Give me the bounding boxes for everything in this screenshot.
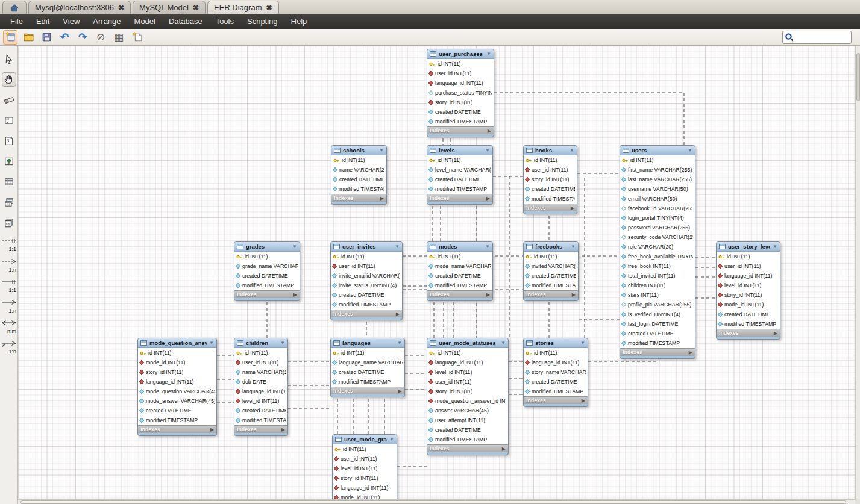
column-row[interactable]: story_id INT(11) bbox=[138, 367, 216, 377]
column-row[interactable]: children INT(11) bbox=[620, 281, 695, 290]
column-row[interactable]: stars INT(11) bbox=[620, 290, 695, 300]
table-header[interactable]: user_story_levels▼ bbox=[717, 242, 780, 252]
column-row[interactable]: mode_id INT(11) bbox=[717, 300, 780, 310]
column-row[interactable]: language_id INT(11) bbox=[138, 377, 216, 387]
column-row[interactable]: story_name VARCHAR(45) bbox=[524, 367, 588, 377]
column-row[interactable]: modified TIMESTAMP bbox=[234, 415, 287, 425]
tool-view[interactable] bbox=[2, 195, 16, 210]
column-row[interactable]: created DATETIME bbox=[524, 377, 588, 387]
column-row[interactable]: id INT(11) bbox=[427, 59, 494, 69]
column-row[interactable]: created DATETIME bbox=[331, 290, 402, 300]
expand-arrow-icon[interactable]: ▶ bbox=[293, 292, 297, 297]
column-row[interactable]: language_id INT(11) bbox=[524, 358, 588, 367]
table-indexes-bar[interactable]: Indexes▶ bbox=[717, 329, 780, 337]
table-indexes-bar[interactable]: Indexes▶ bbox=[331, 387, 404, 394]
column-row[interactable]: created DATETIME bbox=[427, 175, 492, 184]
menu-help[interactable]: Help bbox=[284, 14, 314, 29]
table-users[interactable]: users▼id INT(11)first_name VARCHAR(255)l… bbox=[620, 145, 695, 359]
table-header[interactable]: mode_question_answers▼ bbox=[138, 338, 216, 348]
column-row[interactable]: modified TIMESTAMP bbox=[427, 281, 492, 290]
table-indexes-bar[interactable]: Indexes▶ bbox=[138, 425, 216, 433]
column-row[interactable]: user_id INT(11) bbox=[427, 69, 494, 78]
menu-file[interactable]: File bbox=[4, 14, 30, 29]
column-row[interactable]: dob DATE bbox=[234, 377, 287, 387]
column-row[interactable]: user_id INT(11) bbox=[331, 261, 402, 271]
menu-model[interactable]: Model bbox=[128, 14, 162, 29]
table-indexes-bar[interactable]: Indexes▶ bbox=[524, 290, 578, 298]
column-row[interactable]: facebook_id VARCHAR(255) bbox=[620, 204, 695, 213]
table-grades[interactable]: grades▼id INT(11)grade_name VARCHAR(45)c… bbox=[234, 241, 300, 301]
grid-button[interactable]: ▦ bbox=[111, 30, 126, 45]
save-button[interactable] bbox=[39, 30, 54, 45]
table-header[interactable]: modes▼ bbox=[427, 242, 492, 252]
collapse-arrow-icon[interactable]: ▼ bbox=[280, 340, 285, 346]
tool-relationship-n-m[interactable]: n:m bbox=[1, 318, 17, 334]
column-row[interactable]: modified TIMESTAMP bbox=[524, 387, 588, 396]
table-header[interactable]: user_invites▼ bbox=[331, 242, 402, 252]
table-header[interactable]: freebooks▼ bbox=[524, 242, 578, 252]
tab-eer-diagram[interactable]: EER Diagram✖ bbox=[207, 1, 279, 14]
expand-arrow-icon[interactable]: ▶ bbox=[486, 292, 490, 297]
column-row[interactable]: modified TIMESTAMP bbox=[427, 435, 508, 444]
column-row[interactable]: invite_status TINYINT(4) bbox=[331, 281, 402, 290]
table-header[interactable]: schools▼ bbox=[331, 146, 386, 155]
collapse-arrow-icon[interactable]: ▼ bbox=[395, 244, 400, 249]
expand-arrow-icon[interactable]: ▶ bbox=[380, 196, 384, 201]
table-indexes-bar[interactable]: Indexes▶ bbox=[234, 290, 300, 298]
search-box[interactable] bbox=[782, 31, 852, 44]
table-header[interactable]: grades▼ bbox=[234, 242, 300, 252]
table-indexes-bar[interactable]: Indexes▶ bbox=[427, 126, 494, 134]
column-row[interactable]: invited VARCHAR(255) bbox=[524, 261, 578, 271]
column-row[interactable]: created DATETIME bbox=[331, 175, 386, 184]
column-row[interactable]: purchase_status TINYINT(4) bbox=[427, 88, 494, 98]
column-row[interactable]: mode_question VARCHAR(45) bbox=[138, 387, 216, 396]
table-levels[interactable]: levels▼id INT(11)level_name VARCHAR(45)c… bbox=[427, 145, 493, 205]
tool-relationship-1-n-existing[interactable]: 1:n bbox=[1, 338, 17, 355]
column-row[interactable]: id INT(11) bbox=[234, 252, 300, 261]
column-row[interactable]: name VARCHAR(100) bbox=[234, 367, 287, 377]
table-user_mode_statuses[interactable]: user_mode_statuses▼id INT(11)language_id… bbox=[427, 338, 509, 455]
collapse-arrow-icon[interactable]: ▼ bbox=[773, 244, 777, 249]
table-indexes-bar[interactable]: Indexes▶ bbox=[234, 425, 287, 433]
collapse-arrow-icon[interactable]: ▼ bbox=[209, 340, 214, 346]
column-row[interactable]: user_id INT(11) bbox=[234, 358, 287, 367]
table-header[interactable]: user_purchases▼ bbox=[427, 49, 494, 59]
table-header[interactable]: levels▼ bbox=[427, 146, 492, 155]
column-row[interactable]: is_verified TINYINT(4) bbox=[620, 310, 695, 319]
column-row[interactable]: id INT(11) bbox=[138, 348, 216, 358]
column-row[interactable]: modified TIMESTAMP bbox=[331, 377, 404, 387]
column-row[interactable]: level_name VARCHAR(45) bbox=[427, 165, 492, 175]
column-row[interactable]: created DATETIME bbox=[524, 271, 578, 281]
expand-arrow-icon[interactable]: ▶ bbox=[488, 128, 491, 134]
new-page-button[interactable] bbox=[130, 30, 144, 45]
column-row[interactable]: id INT(11) bbox=[331, 252, 402, 261]
column-row[interactable]: first_name VARCHAR(255) bbox=[620, 165, 695, 175]
collapse-arrow-icon[interactable]: ▼ bbox=[688, 148, 692, 153]
column-row[interactable]: language_id INT(11) bbox=[427, 78, 494, 88]
tool-relationship-1-n[interactable]: 1:n bbox=[1, 297, 17, 314]
table-header[interactable]: users▼ bbox=[620, 146, 695, 155]
tool-routine-group[interactable]: sql bbox=[2, 216, 16, 230]
column-row[interactable]: id INT(11) bbox=[427, 348, 508, 358]
column-row[interactable]: answer VARCHAR(45) bbox=[427, 406, 508, 415]
menu-tools[interactable]: Tools bbox=[209, 14, 240, 29]
column-row[interactable]: id INT(11) bbox=[427, 155, 492, 165]
collapse-arrow-icon[interactable]: ▼ bbox=[397, 340, 402, 346]
expand-arrow-icon[interactable]: ▶ bbox=[486, 196, 490, 201]
table-header[interactable]: books▼ bbox=[524, 146, 577, 155]
tab-close-icon[interactable]: ✖ bbox=[118, 4, 124, 12]
tool-eraser[interactable] bbox=[2, 93, 16, 107]
expand-arrow-icon[interactable]: ▶ bbox=[398, 388, 402, 394]
open-folder-button[interactable] bbox=[21, 30, 36, 45]
column-row[interactable]: level_id INT(11) bbox=[427, 367, 508, 377]
expand-arrow-icon[interactable]: ▶ bbox=[572, 292, 576, 297]
menu-database[interactable]: Database bbox=[162, 14, 209, 29]
column-row[interactable]: modified TIMESTAMP bbox=[427, 117, 494, 126]
column-row[interactable]: created DATETIME bbox=[620, 329, 695, 338]
column-row[interactable]: story_id INT(11) bbox=[427, 387, 508, 396]
table-stories[interactable]: stories▼id INT(11)language_id INT(11)sto… bbox=[523, 338, 588, 407]
column-row[interactable]: id INT(11) bbox=[331, 348, 404, 358]
column-row[interactable]: grade_name VARCHAR(45) bbox=[234, 261, 300, 271]
column-row[interactable]: modified TIMESTAMP bbox=[331, 300, 402, 310]
column-row[interactable]: language_name VARCHAR(45) bbox=[331, 358, 404, 367]
